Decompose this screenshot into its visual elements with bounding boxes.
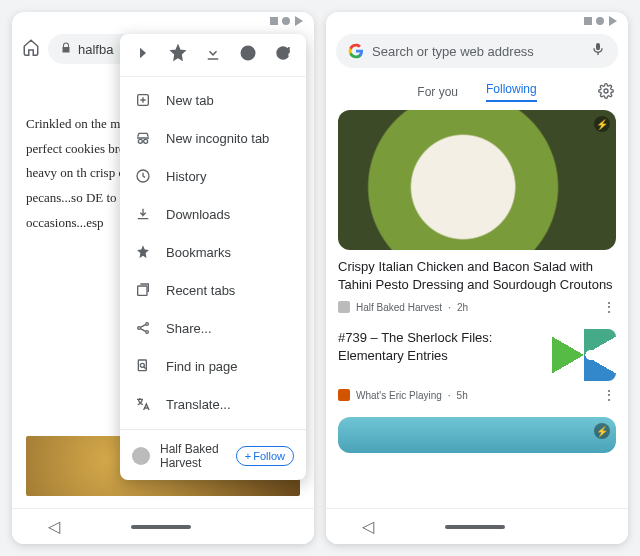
home-icon[interactable] xyxy=(22,38,40,61)
site-name: Half Baked Harvest xyxy=(160,442,226,470)
find-icon xyxy=(134,357,152,375)
menu-item-bookmarks[interactable]: Bookmarks xyxy=(120,233,306,271)
tab-following[interactable]: Following xyxy=(486,82,537,102)
lock-icon xyxy=(60,42,72,57)
google-logo-icon xyxy=(348,43,364,59)
share-icon xyxy=(134,319,152,337)
card1-time: 2h xyxy=(457,302,468,313)
nav-home-pill[interactable] xyxy=(131,525,191,529)
menu-label: Find in page xyxy=(166,359,238,374)
forward-icon[interactable] xyxy=(134,44,152,66)
menu-label: New incognito tab xyxy=(166,131,269,146)
menu-item-share[interactable]: Share... xyxy=(120,309,306,347)
phone-left: halfba — HALF HAR Crinkled on the middle… xyxy=(12,12,314,544)
card2-source: What's Eric Playing xyxy=(356,390,442,401)
meta-separator: · xyxy=(448,390,451,401)
feed[interactable]: ⚡ Crispy Italian Chicken and Bacon Salad… xyxy=(326,110,628,544)
follow-label: Follow xyxy=(253,450,285,462)
search-placeholder: Search or type web address xyxy=(372,44,582,59)
plus-box-icon xyxy=(134,91,152,109)
bolt-badge-icon: ⚡ xyxy=(594,116,610,132)
menu-label: History xyxy=(166,169,206,184)
status-triangle-icon xyxy=(609,16,617,26)
card2-source-icon xyxy=(338,389,350,401)
card1-source: Half Baked Harvest xyxy=(356,302,442,313)
bolt-badge-icon: ⚡ xyxy=(594,423,610,439)
card1-title[interactable]: Crispy Italian Chicken and Bacon Salad w… xyxy=(338,258,616,293)
status-circle-icon xyxy=(282,17,290,25)
plus-icon: + xyxy=(245,450,251,462)
svg-point-11 xyxy=(604,89,608,93)
status-bar xyxy=(12,12,314,30)
menu-label: Downloads xyxy=(166,207,230,222)
nav-back-icon[interactable]: ◁ xyxy=(362,517,374,536)
status-square-icon xyxy=(270,17,278,25)
card1-meta: Half Baked Harvest · 2h ⋮ xyxy=(338,299,616,315)
menu-divider xyxy=(120,429,306,430)
meta-separator: · xyxy=(448,302,451,313)
menu-item-history[interactable]: History xyxy=(120,157,306,195)
mic-icon[interactable] xyxy=(590,41,606,61)
card1-more-icon[interactable]: ⋮ xyxy=(602,299,616,315)
card1-image[interactable]: ⚡ xyxy=(338,110,616,250)
search-bar[interactable]: Search or type web address xyxy=(336,34,618,68)
svg-point-6 xyxy=(138,327,141,330)
nav-back-icon[interactable]: ◁ xyxy=(48,517,60,536)
menu-item-incognito[interactable]: New incognito tab xyxy=(120,119,306,157)
svg-point-3 xyxy=(144,139,148,143)
tab-for-you[interactable]: For you xyxy=(417,85,458,99)
download-icon[interactable] xyxy=(204,44,222,66)
history-icon xyxy=(134,167,152,185)
system-nav-bar: ◁ xyxy=(12,508,314,544)
card2-more-icon[interactable]: ⋮ xyxy=(602,387,616,403)
menu-label: Bookmarks xyxy=(166,245,231,260)
site-favicon-icon xyxy=(132,447,150,465)
menu-label: New tab xyxy=(166,93,214,108)
menu-site-row: Half Baked Harvest + Follow xyxy=(120,432,306,480)
menu-item-downloads[interactable]: Downloads xyxy=(120,195,306,233)
tabs-icon xyxy=(134,281,152,299)
follow-button[interactable]: + Follow xyxy=(236,446,294,466)
menu-item-find-in-page[interactable]: Find in page xyxy=(120,347,306,385)
svg-point-2 xyxy=(138,139,142,143)
svg-point-7 xyxy=(146,323,149,326)
card2-thumb xyxy=(552,329,616,381)
menu-label: Translate... xyxy=(166,397,231,412)
status-bar xyxy=(326,12,628,30)
nav-home-pill[interactable] xyxy=(445,525,505,529)
incognito-icon xyxy=(134,129,152,147)
feed-settings-icon[interactable] xyxy=(598,83,614,102)
card3-image[interactable]: ⚡ xyxy=(338,417,616,453)
card2-title: #739 – The Sherlock Files: Elementary En… xyxy=(338,329,542,364)
svg-rect-5 xyxy=(138,286,147,295)
star-filled-icon xyxy=(134,243,152,261)
overflow-menu: New tab New incognito tab History Downlo… xyxy=(120,34,306,480)
tabs-row: For you Following xyxy=(326,76,628,110)
status-circle-icon xyxy=(596,17,604,25)
card2-meta: What's Eric Playing · 5h ⋮ xyxy=(338,387,616,403)
menu-label: Share... xyxy=(166,321,212,336)
star-icon[interactable] xyxy=(169,44,187,66)
reload-icon[interactable] xyxy=(274,44,292,66)
menu-item-recent-tabs[interactable]: Recent tabs xyxy=(120,271,306,309)
check-icon xyxy=(134,205,152,223)
menu-label: Recent tabs xyxy=(166,283,235,298)
status-triangle-icon xyxy=(295,16,303,26)
menu-item-translate[interactable]: Translate... xyxy=(120,385,306,423)
status-square-icon xyxy=(584,17,592,25)
menu-list: New tab New incognito tab History Downlo… xyxy=(120,77,306,427)
menu-top-actions xyxy=(120,34,306,77)
system-nav-bar: ◁ xyxy=(326,508,628,544)
info-icon[interactable] xyxy=(239,44,257,66)
card2-time: 5h xyxy=(457,390,468,401)
svg-point-8 xyxy=(146,331,149,334)
menu-item-new-tab[interactable]: New tab xyxy=(120,81,306,119)
card1-source-icon xyxy=(338,301,350,313)
url-text: halfba xyxy=(78,42,113,57)
phone-right: Search or type web address For you Follo… xyxy=(326,12,628,544)
translate-icon xyxy=(134,395,152,413)
card2[interactable]: #739 – The Sherlock Files: Elementary En… xyxy=(338,329,616,381)
